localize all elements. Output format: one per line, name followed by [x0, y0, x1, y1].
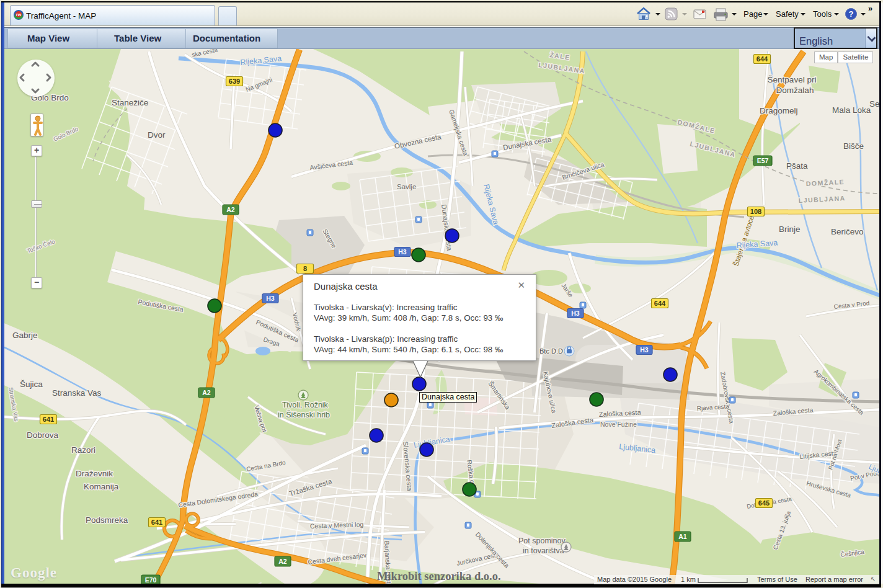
- svg-text:639: 639: [229, 78, 240, 85]
- svg-text:Tivoli, Rožnik: Tivoli, Rožnik: [282, 401, 329, 409]
- svg-text:641: 641: [43, 416, 54, 423]
- svg-text:Savlje: Savlje: [397, 183, 416, 190]
- svg-text:E70: E70: [145, 576, 157, 584]
- svg-text:644: 644: [654, 300, 666, 307]
- svg-text:H3: H3: [398, 248, 407, 256]
- svg-text:Domžalah: Domžalah: [776, 86, 814, 95]
- svg-text:rw: rw: [16, 12, 22, 17]
- svg-text:H3: H3: [571, 310, 580, 317]
- svg-text:645: 645: [758, 499, 770, 507]
- svg-text:Mala Loka: Mala Loka: [832, 105, 871, 115]
- svg-text:A2: A2: [226, 206, 235, 213]
- svg-text:Podsmreka: Podsmreka: [86, 515, 128, 525]
- svg-text:Selo: Selo: [869, 99, 879, 109]
- svg-text:H3: H3: [640, 346, 649, 354]
- svg-text:108: 108: [750, 208, 761, 215]
- svg-text:A2: A2: [278, 558, 287, 565]
- svg-text:A2: A2: [202, 389, 211, 396]
- svg-text:Nove Fužine: Nove Fužine: [600, 421, 637, 428]
- svg-text:Beričevo: Beričevo: [831, 227, 864, 236]
- svg-text:Btc D.D: Btc D.D: [539, 347, 563, 355]
- svg-text:Komanija: Komanija: [84, 482, 119, 491]
- svg-text:Razori: Razori: [71, 445, 95, 455]
- svg-text:Dobrova: Dobrova: [27, 430, 59, 440]
- svg-text:?: ?: [849, 9, 854, 19]
- svg-text:Stanežiče: Stanežiče: [112, 98, 148, 107]
- svg-text:Pot spominov: Pot spominov: [518, 537, 566, 545]
- svg-text:H3: H3: [266, 295, 275, 302]
- svg-text:8: 8: [303, 265, 307, 272]
- svg-text:Bišče: Bišče: [843, 141, 864, 151]
- svg-text:Brinje: Brinje: [779, 225, 801, 234]
- svg-text:A1: A1: [678, 533, 687, 540]
- svg-text:E57: E57: [757, 157, 769, 164]
- svg-text:644: 644: [757, 55, 768, 63]
- svg-text:Draževnik: Draževnik: [76, 469, 113, 478]
- svg-text:641: 641: [151, 519, 162, 526]
- svg-text:in tovarištva: in tovarištva: [523, 546, 564, 555]
- svg-text:Stranska Vas: Stranska Vas: [52, 388, 102, 398]
- svg-text:in Šišenski hrib: in Šišenski hrib: [278, 410, 330, 419]
- svg-text:Gabrje: Gabrje: [12, 331, 38, 340]
- svg-text:Šentpavel pri: Šentpavel pri: [768, 75, 817, 84]
- svg-text:Dvor: Dvor: [148, 130, 166, 140]
- svg-text:Šujica: Šujica: [20, 380, 43, 389]
- svg-text:Dragomelj: Dragomelj: [760, 106, 798, 115]
- svg-text:Pšata: Pšata: [786, 161, 808, 171]
